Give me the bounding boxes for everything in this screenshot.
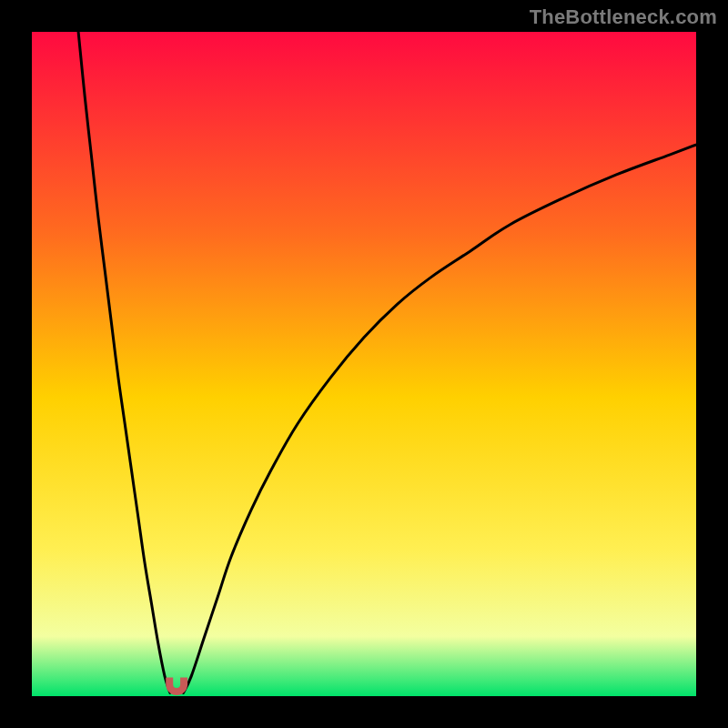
outer-frame: TheBottleneck.com bbox=[0, 0, 728, 728]
watermark-text: TheBottleneck.com bbox=[530, 5, 717, 29]
chart-svg bbox=[32, 32, 696, 696]
gradient-bg bbox=[32, 32, 696, 696]
plot-area bbox=[32, 32, 696, 696]
